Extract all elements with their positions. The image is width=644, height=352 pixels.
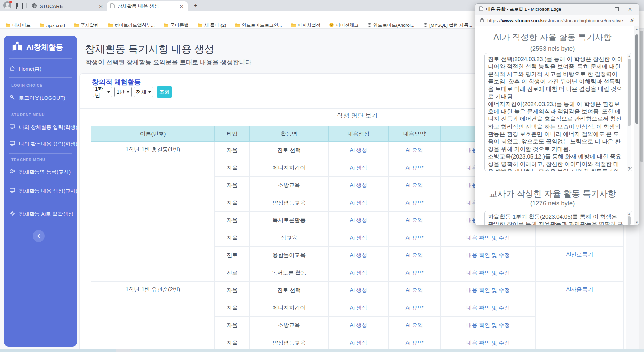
bookmark-item[interactable]: 안드로이드(Androi... [367,22,414,28]
sidebar-item-menu[interactable]: 나의 활동내용 요약(학생) [9,140,73,148]
scroll-up-icon[interactable]: ▲ [627,54,631,58]
content-edit-link[interactable]: 내용 확인 및 수정 [466,252,510,258]
bookmark-item[interactable]: 내사이트 [5,22,31,28]
ai-section-byte-count: (2553 neis byte) [475,45,630,52]
ai-generate-link[interactable]: Ai 생성 [350,235,367,241]
scrollbar-thumb[interactable] [635,34,638,124]
ai-special-link[interactable]: Ai진로특기 [566,251,593,257]
scroll-up-icon[interactable]: ▲ [627,212,631,216]
content-edit-link[interactable]: 내용 확인 및 수정 [466,322,510,328]
ai-generate-link[interactable]: Ai 생성 [350,340,367,346]
page-scrollbar[interactable] [639,29,644,349]
ai-summary-link[interactable]: Ai 요약 [406,147,423,153]
activity-type-cell: 자율 [215,334,250,349]
ai-summary-link[interactable]: Ai 요약 [406,340,423,346]
ai-summary-link[interactable]: Ai 요약 [406,217,423,223]
maximize-icon[interactable] [615,7,619,11]
content-edit-link[interactable]: 내용 확인 및 수정 [466,340,510,346]
search-button[interactable]: 조회 [157,86,172,98]
ai-generate-link[interactable]: Ai 생성 [350,252,367,258]
content-edit-cell: 내용 확인 및 수정 [441,264,536,282]
content-edit-link[interactable]: 내용 확인 및 수정 [466,270,510,276]
ai-summary-link[interactable]: Ai 요약 [406,287,423,293]
ai-generate-link[interactable]: Ai 생성 [350,270,367,276]
paragraph: 소방교육(2023.05.12.)를 통해 화재 예방에 대한 중요성을 명확히… [488,153,625,171]
scroll-up-icon[interactable]: ▲ [634,27,639,32]
sidebar-item-menu[interactable]: 창체활동 Ai로 일괄생성 [9,210,73,218]
bookmark-label: 국어문법 [170,22,189,28]
tab-actions-icon[interactable] [16,3,23,9]
content-generate-cell: Ai 생성 [329,264,389,282]
bookmark-item[interactable]: 국어문법 [163,22,189,28]
teacher-content-textarea[interactable]: 자율활동 1분기 활동(2023.04.05)를 통해 이 학생은 활발한 참여… [484,211,632,225]
browser-tab[interactable]: STUCARE× [28,1,107,11]
ai-content-textarea[interactable]: 진로 선택(2024.03.23.)를 통해 이 학생은 참신한 아이디어와 적… [484,53,632,171]
ai-special-link[interactable]: Ai자율특기 [566,286,593,292]
ai-generate-link[interactable]: Ai 생성 [350,305,367,311]
content-edit-link[interactable]: 내용 확인 및 수정 [466,305,510,311]
folder-icon [235,23,240,28]
bookmark-item[interactable]: ajax crud [39,23,65,28]
sidebar-item-menu[interactable]: 로그아웃(LOGOUT) [9,94,73,102]
ai-summary-link[interactable]: Ai 요약 [406,305,423,311]
ai-summary-link[interactable]: Ai 요약 [406,252,423,258]
resize-grip[interactable] [628,167,632,171]
minimize-icon[interactable]: ─ [599,7,609,12]
scroll-down-icon[interactable]: ▼ [634,220,639,225]
browser-tab[interactable]: 창체활동 내용 생성× [107,1,188,11]
bookmark-item[interactable]: 푸시알림 [74,22,99,28]
bookmark-label: [MYSQL] 컬럼 자동... [429,22,472,28]
bookmark-item[interactable]: [MYSQL] 컬럼 자동... [423,22,472,28]
number-select[interactable]: 전체 [134,87,153,97]
sidebar-item-menu[interactable]: 나의 창체활동 입력(학생) [9,123,73,131]
popup-title-bar[interactable]: 내용 통합 - 프로필 1 - Microsoft Edge ─ × [475,4,639,15]
scrollbar-thumb[interactable] [628,59,631,126]
bookmark-item[interactable]: 퍼미션체크 [329,22,359,28]
textarea-scrollbar[interactable]: ▲ [627,212,631,225]
ai-generate-link[interactable]: Ai 생성 [350,200,367,206]
grade-select[interactable]: 1학년 [93,87,112,97]
ai-summary-link[interactable]: Ai 요약 [406,182,423,188]
scrollbar-thumb[interactable] [628,216,631,225]
ai-summary-link[interactable]: Ai 요약 [406,165,423,171]
ai-generate-link[interactable]: Ai 생성 [350,217,367,223]
ai-summary-link[interactable]: Ai 요약 [406,322,423,328]
teacher-section-heading: 교사가 작성한 자율 활동 특기사항 [475,188,630,199]
scrollbar-thumb[interactable] [640,31,643,162]
tab-close-icon[interactable]: × [98,4,104,9]
sidebar-item-menu[interactable]: 창체활동 내용 생성(교사) [9,187,73,195]
ai-generate-link[interactable]: Ai 생성 [350,165,367,171]
app-logo[interactable]: AI창체활동 [11,41,63,54]
sidebar-collapse-button[interactable] [33,230,45,242]
read-aloud-icon[interactable]: A) [630,17,634,23]
content-generate-cell: Ai 생성 [329,299,389,317]
sidebar-item-menu[interactable]: 창체활동명 등록(교사) [9,168,73,176]
ai-summary-link[interactable]: Ai 요약 [406,270,423,276]
ai-summary-link[interactable]: Ai 요약 [406,235,423,241]
content-summary-cell: Ai 요약 [389,317,441,334]
bookmark-item[interactable]: 하이브리드앱첨부... [108,22,155,28]
ai-generate-link[interactable]: Ai 생성 [350,287,367,293]
textarea-scrollbar[interactable]: ▲ ▼ [627,54,631,170]
content-edit-cell: 내용 확인 및 수정 [441,247,536,264]
ai-generate-link[interactable]: Ai 생성 [350,147,367,153]
popup-scrollbar[interactable]: ▲ ▼ [634,26,639,225]
sidebar-item-home[interactable]: Home(홈) [9,65,73,73]
bookmark-item[interactable]: 안드로이드로그인... [235,22,282,28]
content-edit-link[interactable]: 내용 확인 및 수정 [466,287,510,293]
content-edit-link[interactable]: 내용 확인 및 수정 [466,235,510,241]
tab-title: STUCARE [40,4,95,9]
monitor-icon [9,140,15,148]
ai-generate-link[interactable]: Ai 생성 [350,182,367,188]
ai-summary-link[interactable]: Ai 요약 [406,200,423,206]
activity-type-cell: 자율 [215,177,250,194]
bookmark-label: 내사이트 [12,22,31,28]
close-icon[interactable]: × [625,6,635,12]
content-edit-cell: 내용 확인 및 수정 [441,334,536,349]
ai-generate-link[interactable]: Ai 생성 [350,322,367,328]
new-tab-button[interactable]: + [192,2,199,9]
bookmark-item[interactable]: 새 폴더 (2) [197,22,226,28]
class-select[interactable]: 1반 [114,87,132,97]
tab-close-icon[interactable]: × [179,4,184,9]
bookmark-item[interactable]: 아파치설정 [291,22,321,28]
